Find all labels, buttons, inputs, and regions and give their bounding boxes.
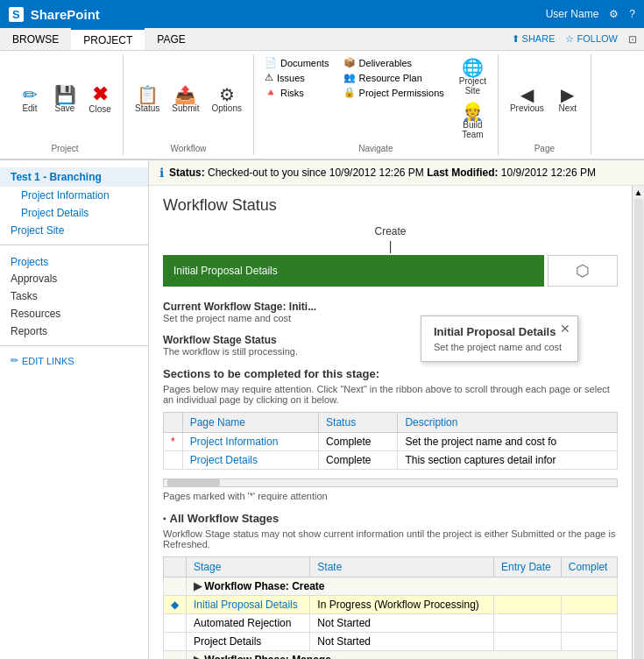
popout-icon[interactable]: ⊡ — [628, 33, 637, 46]
collapse-icon[interactable]: ▪ — [163, 514, 166, 523]
sidebar-reports[interactable]: Reports — [0, 322, 148, 340]
sidebar-resources[interactable]: Resources — [0, 305, 148, 322]
deliverables-icon: 📦 — [343, 57, 356, 68]
bullet-cell: ◆ — [164, 596, 187, 614]
sharepoint-icon: S — [9, 7, 24, 22]
main-layout: Test 1 - Branching Project Information P… — [0, 160, 644, 659]
status-button[interactable]: 📋 Status — [131, 83, 164, 116]
h-scrollbar-sections[interactable] — [163, 478, 618, 487]
sidebar-projects[interactable]: Projects — [0, 251, 148, 270]
build-team-button[interactable]: 👷 Build Team — [456, 100, 488, 142]
sidebar-approvals[interactable]: Approvals — [0, 270, 148, 287]
documents-link[interactable]: 📄 Documents — [261, 56, 333, 69]
sections-table: Page Name Status Description * Project I… — [163, 412, 618, 470]
stage-name-details: Project Details — [187, 633, 310, 651]
share-button[interactable]: ⬆ SHARE — [512, 33, 556, 45]
phase-spacer — [164, 578, 187, 596]
ribbon-tabs: BROWSE PROJECT PAGE ⬆ SHARE ☆ FOLLOW ⊡ — [0, 28, 644, 51]
sections-subtitle: Pages below may require attention. Click… — [163, 384, 618, 405]
stages-table-wrapper: Stage State Entry Date Complet — [163, 556, 618, 659]
status-bar: ℹ Status: Checked-out to you since 10/9/… — [149, 160, 644, 186]
gear-icon[interactable]: ⚙ — [609, 8, 619, 20]
v-scrollbar[interactable]: ▲ ▼ — [632, 186, 644, 659]
diamond-icon: ⬡ — [576, 261, 590, 280]
submit-button[interactable]: 📤 Submit — [167, 83, 203, 116]
options-button[interactable]: ⚙ Options — [207, 83, 245, 116]
stage-row-initial: ◆ Initial Proposal Details In Progress (… — [164, 596, 618, 614]
ribbon: ✏ Edit 💾 Save ✖ Close Project 📋 Status 📤… — [0, 51, 644, 160]
follow-button[interactable]: ☆ FOLLOW — [565, 33, 618, 45]
phase-name-manage: ▶ Workflow Phase: Manage — [187, 651, 618, 660]
tooltip-close-button[interactable]: ✕ — [560, 322, 570, 336]
resource-plan-link[interactable]: 👥 Resource Plan — [340, 71, 448, 84]
previous-button[interactable]: ◀ Previous — [506, 83, 548, 116]
brand-area: S SharePoint — [9, 7, 100, 22]
description-cell: Set the project name and cost fo — [398, 433, 618, 451]
close-button[interactable]: ✖ Close — [84, 82, 116, 117]
help-icon[interactable]: ? — [629, 8, 635, 20]
sidebar-item-project-information[interactable]: Project Information — [0, 187, 148, 204]
tab-page[interactable]: PAGE — [145, 28, 197, 50]
sidebar-item-project-details[interactable]: Project Details — [0, 204, 148, 222]
content-and-scrollbar: Workflow Status Create | Initial Proposa… — [149, 186, 644, 659]
issues-link[interactable]: ⚠ Issues — [261, 71, 333, 84]
risks-link[interactable]: 🔺 Risks — [261, 86, 333, 99]
edit-button[interactable]: ✏ Edit — [14, 83, 46, 116]
table-row: * Project Information Complete Set the p… — [164, 433, 618, 451]
all-stages-title: ▪ All Workflow Stages — [163, 512, 618, 525]
status-cell: Complete — [319, 433, 398, 451]
workflow-group-label: Workflow — [171, 142, 207, 153]
edit-links-button[interactable]: ✏ EDIT LINKS — [0, 351, 148, 370]
username[interactable]: User Name — [546, 8, 599, 20]
workflow-diagram: Create | Initial Proposal Details ⬡ — [163, 225, 618, 287]
project-site-button[interactable]: 🌐 Project Site — [455, 56, 491, 98]
col-status: Status — [319, 413, 398, 433]
pencil-icon: ✏ — [11, 355, 18, 366]
save-button[interactable]: 💾 Save — [49, 83, 81, 116]
phase-arrow2: ▶ — [194, 654, 204, 659]
content-wrapper: ℹ Status: Checked-out to you since 10/9/… — [149, 160, 644, 659]
next-button[interactable]: ▶ Next — [552, 83, 584, 116]
sections-area: Sections to be completed for this stage:… — [163, 367, 618, 501]
deliverables-link[interactable]: 📦 Deliverables — [340, 56, 448, 69]
project-actions: ✏ Edit 💾 Save ✖ Close — [14, 56, 116, 142]
phase-arrow: ▶ — [194, 580, 204, 592]
col-page-name: Page Name — [182, 413, 318, 433]
sidebar-divider — [0, 244, 148, 245]
col-description: Description — [398, 413, 618, 433]
tab-browse[interactable]: BROWSE — [0, 28, 71, 50]
sidebar-item-project-site[interactable]: Project Site — [0, 222, 148, 239]
navigate-dropdowns: 📄 Documents ⚠ Issues 🔺 Risks — [261, 56, 333, 99]
scroll-up-arrow[interactable]: ▲ — [634, 188, 643, 197]
sidebar: Test 1 - Branching Project Information P… — [0, 160, 149, 659]
workflow-box-initial[interactable]: Initial Proposal Details — [163, 255, 544, 287]
stage-complete-details — [561, 633, 617, 651]
stage-row-auto: Automated Rejection Not Started — [164, 614, 618, 633]
resource-plan-icon: 👥 — [343, 72, 356, 83]
stage-entry-details — [494, 633, 562, 651]
sidebar-tasks[interactable]: Tasks — [0, 287, 148, 305]
project-permissions-link[interactable]: 🔒 Project Permissions — [340, 86, 448, 99]
page-name-cell2[interactable]: Project Details — [182, 451, 318, 470]
sidebar-active-project[interactable]: Test 1 - Branching — [0, 167, 148, 187]
content-area: Workflow Status Create | Initial Proposa… — [149, 186, 632, 659]
page-name-cell[interactable]: Project Information — [182, 433, 318, 451]
scroll-thumb — [634, 199, 643, 659]
tooltip-body: Set the project name and cost — [434, 342, 565, 352]
submit-icon: 📤 — [174, 86, 196, 103]
content-inner: Workflow Status Create | Initial Proposa… — [149, 186, 632, 659]
tab-project[interactable]: PROJECT — [71, 28, 145, 50]
stage-row-details: Project Details Not Started — [164, 633, 618, 651]
issues-icon: ⚠ — [265, 72, 273, 83]
tooltip-title: Initial Proposal Details — [434, 325, 565, 338]
navigate-dropdowns2: 📦 Deliverables 👥 Resource Plan 🔒 Project… — [340, 56, 448, 99]
table-row: Project Details Complete This section ca… — [164, 451, 618, 470]
stage-entry-auto — [494, 614, 562, 633]
top-bar-right: User Name ⚙ ? — [546, 8, 635, 20]
page-group-label: Page — [534, 142, 555, 153]
sections-table-wrapper: Page Name Status Description * Project I… — [163, 412, 618, 475]
phase-row-manage: ▶ Workflow Phase: Manage — [164, 651, 618, 660]
col-stage: Stage — [187, 557, 310, 578]
stages-header: Stage State Entry Date Complet — [164, 557, 618, 578]
navigate-group-label: Navigate — [358, 142, 393, 153]
